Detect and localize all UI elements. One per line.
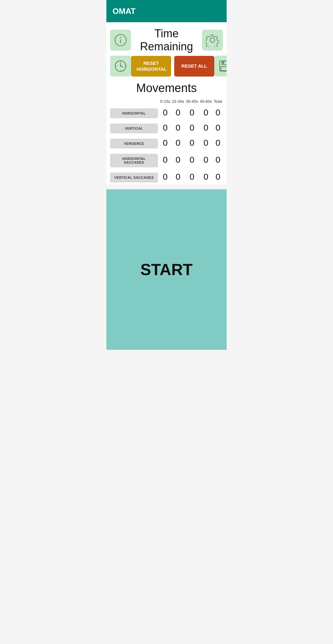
gear-icon bbox=[206, 33, 219, 47]
table-cell: 0 bbox=[159, 169, 171, 184]
table-cell: 0 bbox=[213, 150, 223, 169]
table-cell: 0 bbox=[185, 120, 199, 135]
table-cell: 0 bbox=[185, 150, 199, 169]
table-cell: 0 bbox=[171, 135, 185, 150]
svg-point-1 bbox=[120, 37, 121, 38]
row-label-btn-vertical[interactable]: VERTICAL bbox=[110, 123, 158, 133]
start-label: START bbox=[140, 260, 192, 279]
start-area[interactable]: START bbox=[106, 189, 227, 350]
table-cell: 0 bbox=[213, 120, 223, 135]
table-cell: 0 bbox=[185, 105, 199, 120]
info-icon bbox=[114, 33, 127, 47]
clock-button[interactable] bbox=[110, 56, 131, 77]
col-0-15-header: 0-15s bbox=[159, 98, 171, 105]
row-label-btn-horizontal[interactable]: HORIZONTAL bbox=[110, 108, 158, 118]
table-cell: 0 bbox=[159, 135, 171, 150]
app-title: OMAT bbox=[113, 6, 136, 16]
table-cell: 0 bbox=[171, 105, 185, 120]
save-button[interactable] bbox=[214, 56, 227, 77]
clock-icon bbox=[114, 59, 127, 73]
table-row: HORIZONTAL SACCADES00000 bbox=[110, 150, 223, 169]
reset-buttons-group: RESET HORIZONTAL RESET ALL bbox=[131, 56, 214, 77]
col-45-60-header: 45-60s bbox=[199, 98, 213, 105]
table-cell: 0 bbox=[185, 169, 199, 184]
table-cell: 0 bbox=[213, 105, 223, 120]
main-content: Time Remaining bbox=[106, 22, 227, 184]
table-cell: 0 bbox=[199, 150, 213, 169]
time-remaining-label: Time Remaining bbox=[131, 27, 202, 53]
table-cell: 0 bbox=[199, 135, 213, 150]
table-cell: 0 bbox=[185, 135, 199, 150]
table-cell: 0 bbox=[199, 120, 213, 135]
svg-rect-15 bbox=[223, 61, 224, 64]
table-row: VERGENCE00000 bbox=[110, 135, 223, 150]
table-cell: 0 bbox=[159, 120, 171, 135]
col-30-45-header: 30-45s bbox=[185, 98, 199, 105]
table-cell: 0 bbox=[171, 169, 185, 184]
table-cell: 0 bbox=[213, 135, 223, 150]
table-cell: 0 bbox=[171, 150, 185, 169]
table-cell: 0 bbox=[213, 169, 223, 184]
table-row: VERTICAL SACCADES00000 bbox=[110, 169, 223, 184]
row-label-btn-vergence[interactable]: VERGENCE bbox=[110, 139, 158, 148]
row-label-cell: HORIZONTAL bbox=[110, 105, 159, 120]
svg-point-7 bbox=[120, 65, 121, 67]
movements-table: 0-15s 15-30s 30-45s 45-60s Total HORIZON… bbox=[110, 98, 223, 184]
row-label-cell: VERGENCE bbox=[110, 135, 159, 150]
col-total-header: Total bbox=[213, 98, 223, 105]
reset-horizontal-button[interactable]: RESET HORIZONTAL bbox=[131, 56, 171, 77]
row-label-btn-vertical-saccades[interactable]: VERTICAL SACCADES bbox=[110, 173, 158, 182]
row-label-cell: VERTICAL SACCADES bbox=[110, 169, 159, 184]
row-label-cell: HORIZONTAL SACCADES bbox=[110, 150, 159, 169]
svg-point-3 bbox=[210, 38, 215, 43]
svg-rect-14 bbox=[221, 67, 227, 71]
second-row: RESET HORIZONTAL RESET ALL bbox=[110, 56, 223, 77]
table-row: HORIZONTAL00000 bbox=[110, 105, 223, 120]
topbar: OMAT bbox=[106, 0, 227, 22]
table-cell: 0 bbox=[199, 105, 213, 120]
table-cell: 0 bbox=[159, 105, 171, 120]
header-row: Time Remaining bbox=[110, 27, 223, 53]
row-label-cell: VERTICAL bbox=[110, 120, 159, 135]
table-cell: 0 bbox=[171, 120, 185, 135]
gear-button[interactable] bbox=[202, 30, 223, 51]
col-label-header bbox=[110, 98, 159, 105]
table-row: VERTICAL00000 bbox=[110, 120, 223, 135]
save-icon bbox=[218, 59, 227, 73]
row-label-btn-horizontal-saccades[interactable]: HORIZONTAL SACCADES bbox=[110, 154, 158, 167]
table-cell: 0 bbox=[159, 150, 171, 169]
info-button[interactable] bbox=[110, 30, 131, 51]
reset-all-button[interactable]: RESET ALL bbox=[174, 56, 214, 77]
table-cell: 0 bbox=[199, 169, 213, 184]
movements-title: Movements bbox=[110, 82, 223, 95]
col-15-30-header: 15-30s bbox=[171, 98, 185, 105]
